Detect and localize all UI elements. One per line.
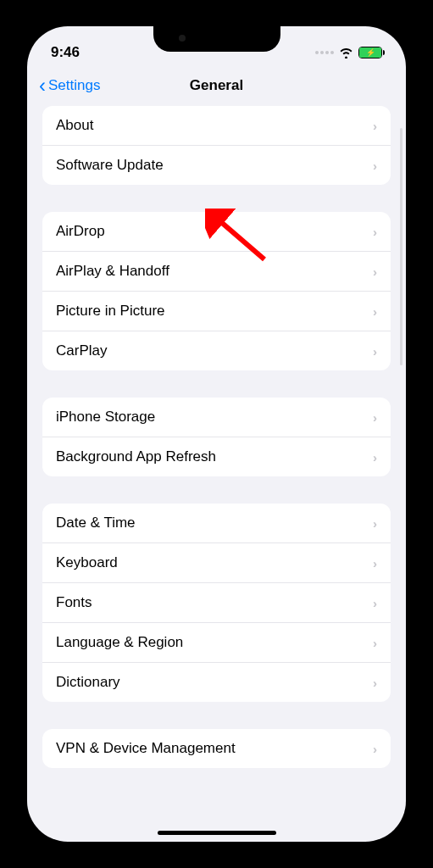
- row-label: Picture in Picture: [56, 303, 165, 320]
- row-about[interactable]: About ›: [42, 106, 391, 146]
- row-label: Date & Time: [56, 515, 136, 531]
- chevron-right-icon: ›: [373, 159, 377, 173]
- power-button: [417, 252, 420, 337]
- settings-group: VPN & Device Management ›: [42, 729, 391, 768]
- row-airdrop[interactable]: AirDrop ›: [42, 212, 391, 252]
- page-title: General: [190, 77, 243, 94]
- back-button[interactable]: ‹ Settings: [39, 75, 100, 96]
- row-label: iPhone Storage: [56, 409, 155, 426]
- battery-charging-icon: ⚡: [358, 47, 382, 58]
- row-label: CarPlay: [56, 342, 107, 359]
- row-background-app-refresh[interactable]: Background App Refresh ›: [42, 437, 391, 476]
- row-label: VPN & Device Management: [56, 740, 236, 757]
- chevron-right-icon: ›: [373, 516, 377, 531]
- settings-group: iPhone Storage › Background App Refresh …: [42, 398, 391, 476]
- row-picture-in-picture[interactable]: Picture in Picture ›: [42, 292, 391, 331]
- phone-frame: 9:46 ⚡ ‹ Settings General: [15, 14, 418, 854]
- settings-group: AirDrop › AirPlay & Handoff › Picture in…: [42, 212, 391, 370]
- row-fonts[interactable]: Fonts ›: [42, 583, 391, 623]
- row-airplay-handoff[interactable]: AirPlay & Handoff ›: [42, 252, 391, 292]
- nav-bar: ‹ Settings General: [27, 67, 406, 106]
- scroll-indicator[interactable]: [400, 128, 402, 365]
- status-icons: ⚡: [315, 47, 382, 58]
- mute-switch: [13, 184, 16, 214]
- chevron-right-icon: ›: [373, 450, 377, 465]
- row-label: AirPlay & Handoff: [56, 263, 169, 280]
- chevron-right-icon: ›: [373, 596, 377, 610]
- row-label: Background App Refresh: [56, 448, 216, 465]
- settings-group: About › Software Update ›: [42, 106, 391, 185]
- status-time: 9:46: [51, 44, 80, 61]
- row-label: AirDrop: [56, 223, 105, 240]
- chevron-right-icon: ›: [373, 410, 377, 425]
- chevron-right-icon: ›: [373, 304, 377, 319]
- notch: [153, 26, 280, 52]
- back-label: Settings: [48, 77, 100, 94]
- row-label: About: [56, 117, 93, 134]
- row-software-update[interactable]: Software Update ›: [42, 146, 391, 185]
- row-date-time[interactable]: Date & Time ›: [42, 504, 391, 543]
- row-label: Fonts: [56, 594, 92, 611]
- row-dictionary[interactable]: Dictionary ›: [42, 663, 391, 702]
- row-label: Keyboard: [56, 554, 118, 571]
- chevron-right-icon: ›: [373, 119, 377, 133]
- home-indicator[interactable]: [158, 831, 276, 835]
- chevron-right-icon: ›: [373, 636, 377, 650]
- row-language-region[interactable]: Language & Region ›: [42, 623, 391, 663]
- row-label: Dictionary: [56, 674, 120, 691]
- settings-group: Date & Time › Keyboard › Fonts › Languag…: [42, 504, 391, 702]
- chevron-right-icon: ›: [373, 556, 377, 570]
- page-dots-icon: [315, 51, 334, 54]
- screen: 9:46 ⚡ ‹ Settings General: [27, 26, 406, 842]
- wifi-icon: [339, 47, 353, 58]
- chevron-right-icon: ›: [373, 742, 377, 756]
- row-label: Language & Region: [56, 634, 183, 651]
- row-label: Software Update: [56, 157, 164, 174]
- chevron-right-icon: ›: [373, 225, 377, 239]
- chevron-right-icon: ›: [373, 344, 377, 359]
- chevron-right-icon: ›: [373, 264, 377, 279]
- volume-up-button: [13, 235, 16, 290]
- content[interactable]: About › Software Update › AirDrop › AirP…: [27, 106, 406, 828]
- chevron-left-icon: ‹: [39, 75, 46, 96]
- row-vpn-device-management[interactable]: VPN & Device Management ›: [42, 729, 391, 768]
- chevron-right-icon: ›: [373, 676, 377, 690]
- row-keyboard[interactable]: Keyboard ›: [42, 543, 391, 583]
- row-iphone-storage[interactable]: iPhone Storage ›: [42, 398, 391, 437]
- row-carplay[interactable]: CarPlay ›: [42, 331, 391, 370]
- volume-down-button: [13, 303, 16, 358]
